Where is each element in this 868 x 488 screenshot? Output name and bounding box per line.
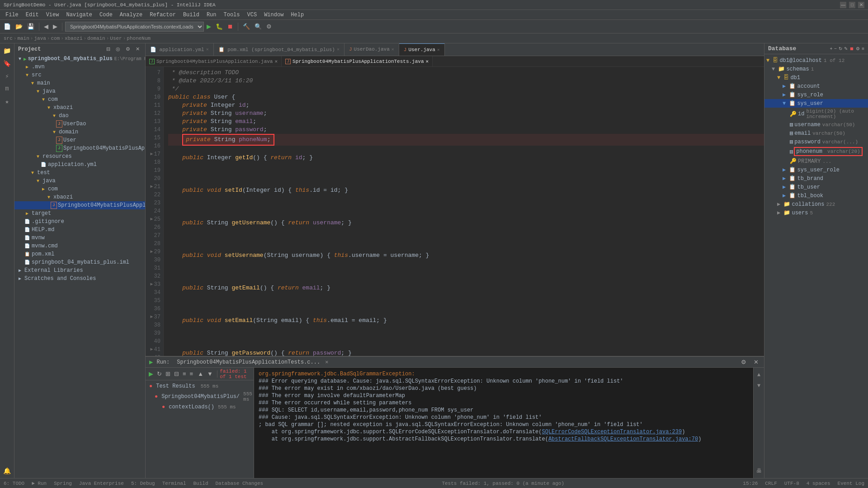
filter-button[interactable]: ≡	[189, 370, 195, 378]
inner-tab-test[interactable]: J Springboot04MybatisPlusApplicationTest…	[282, 56, 433, 66]
open-button[interactable]: 📂	[14, 22, 24, 31]
breadcrumb-phonenum[interactable]: phoneNum	[127, 36, 151, 41]
status-database-changes[interactable]: Database Changes	[216, 481, 264, 486]
sidebar-item-scratches[interactable]: ▶ Scratches and Consoles	[14, 275, 145, 283]
settings-sidebar-button[interactable]: ⚙	[124, 45, 132, 53]
db-settings-button[interactable]: ⚙	[856, 46, 860, 51]
tab-appyml[interactable]: 📄 application.yml ✕	[146, 43, 214, 56]
rerun-button[interactable]: ▶	[147, 370, 155, 378]
print-icon[interactable]: 🖶	[754, 465, 764, 476]
db-item-db1[interactable]: ▼ 🗄 db1	[764, 73, 868, 82]
db-item-tbbrand[interactable]: ▶ 📋 tb_brand	[764, 174, 868, 183]
sidebar-item-gitignore[interactable]: 📄 .gitignore	[14, 218, 145, 226]
run-config-dropdown[interactable]: Springboot04MybatisPlusApplicationTests.…	[65, 22, 204, 32]
stack-link-1[interactable]: SQLErrorCodeSQLExceptionTranslator.java:…	[542, 429, 682, 435]
sidebar-item-user[interactable]: J User	[14, 136, 145, 144]
rerun-failed-button[interactable]: ↻	[156, 370, 163, 378]
db-item-collations[interactable]: ▶ 📁 collations 222	[764, 200, 868, 208]
sidebar-item-main[interactable]: ▼ main	[14, 79, 145, 87]
sidebar-item-helpmd[interactable]: 📄 HELP.md	[14, 226, 145, 234]
tab-userdao-close[interactable]: ✕	[392, 47, 394, 52]
maven-icon[interactable]: m	[2, 83, 13, 94]
sidebar-item-iml[interactable]: 📄 springboot_04_mybatis_plus.iml	[14, 258, 145, 266]
prev-fail-button[interactable]: ▲	[196, 370, 205, 378]
db-stop-button[interactable]: ⏹	[849, 46, 854, 51]
sidebar-item-mvnwcmd[interactable]: 📄 mvnw.cmd	[14, 242, 145, 250]
save-button[interactable]: 💾	[25, 22, 36, 31]
menu-analyze[interactable]: Analyze	[116, 11, 146, 19]
db-item-field-phonenum[interactable]: ▤ phonenum varchar(20)	[764, 146, 868, 157]
sidebar-item-mvnw[interactable]: 📄 mvnw	[14, 234, 145, 242]
tab-appyml-close[interactable]: ✕	[206, 47, 209, 52]
db-item-sysuser[interactable]: ▼ 📋 sys_user	[764, 99, 868, 108]
inner-tab-test-close[interactable]: ✕	[426, 58, 429, 64]
project-icon[interactable]: 📁	[2, 45, 13, 56]
db-add-button[interactable]: +	[830, 46, 832, 51]
notifications-icon[interactable]: 🔔	[2, 465, 13, 476]
menu-build[interactable]: Build	[179, 11, 203, 19]
inner-tab-app[interactable]: J Springboot04MybatisPlusApplication.jav…	[146, 56, 282, 66]
db-filter-button[interactable]: ≡	[862, 46, 864, 51]
db-item-schemas[interactable]: ▼ 📁 schemas 1	[764, 65, 868, 73]
test-item-method[interactable]: ● contextLoads() 555 ms	[146, 403, 254, 411]
menu-tools[interactable]: Tools	[220, 11, 244, 19]
db-item-sysrole[interactable]: ▶ 📋 sys_role	[764, 90, 868, 99]
favorites-icon[interactable]: ★	[2, 96, 13, 107]
bookmark-icon[interactable]: 🔖	[2, 58, 13, 69]
run-button[interactable]: ▶	[205, 22, 213, 31]
test-output[interactable]: org.springframework.jdbc.BadSqlGrammarEx…	[254, 368, 753, 478]
db-item-tbuser[interactable]: ▶ 📋 tb_user	[764, 183, 868, 191]
db-item-field-username[interactable]: ▤ username varchar(50)	[764, 120, 868, 129]
db-item-field-password[interactable]: ▤ password varchar(...)	[764, 137, 868, 146]
status-indent[interactable]: 4 spaces	[807, 481, 830, 486]
db-item-field-email[interactable]: ▤ email varchar(50)	[764, 129, 868, 137]
stop-button[interactable]: ⏹	[226, 22, 235, 31]
minimize-button[interactable]: —	[840, 2, 846, 8]
status-todo[interactable]: 6: TODO	[4, 481, 24, 486]
menu-view[interactable]: View	[42, 11, 63, 19]
menu-code[interactable]: Code	[96, 11, 116, 19]
sidebar-item-xbaozi-test[interactable]: ▼ xbaozi	[14, 193, 145, 201]
run-settings-button[interactable]: ⚙	[739, 358, 748, 366]
run-tab[interactable]: Springboot04MybatisPlusApplicationTests.…	[173, 358, 332, 366]
sidebar-item-app[interactable]: J Springboot04MybatisPlusApplication	[14, 144, 145, 152]
structure-icon[interactable]: ⚡	[2, 71, 13, 81]
sidebar-item-dao[interactable]: ▼ dao	[14, 112, 145, 120]
search-button[interactable]: 🔍	[253, 22, 264, 31]
menu-refactor[interactable]: Refactor	[146, 11, 179, 19]
sidebar-item-xbaozi[interactable]: ▼ xbaozi	[14, 104, 145, 112]
status-event-log[interactable]: Event Log	[838, 481, 864, 486]
db-item-users[interactable]: ▶ 📁 users 5	[764, 208, 868, 217]
breadcrumb-src[interactable]: src	[4, 36, 13, 41]
sidebar-item-src[interactable]: ▼ src	[14, 71, 145, 79]
breadcrumb-java[interactable]: java	[34, 36, 46, 41]
status-run[interactable]: ► Run	[32, 481, 47, 486]
sidebar-item-mvn[interactable]: ▶ .mvn	[14, 63, 145, 71]
status-java-enterprise[interactable]: Java Enterprise	[79, 481, 124, 486]
sidebar-item-resources[interactable]: ▼ resources	[14, 152, 145, 161]
db-item-primary[interactable]: 🔑 PRIMARY ...	[764, 157, 868, 166]
tab-userdao[interactable]: J UserDao.java ✕	[344, 43, 399, 56]
sidebar-item-appyml[interactable]: 📄 application.yml	[14, 161, 145, 169]
sidebar-item-java-main[interactable]: ▼ java	[14, 87, 145, 95]
menu-window[interactable]: Window	[260, 11, 287, 19]
scroll-down-icon[interactable]: ▼	[754, 380, 764, 391]
test-results-root[interactable]: ● Test Results 555 ms	[146, 382, 254, 390]
forward-button[interactable]: ▶	[51, 22, 59, 31]
sort-button[interactable]: ≡	[181, 370, 188, 378]
sidebar-item-com[interactable]: ▼ com	[14, 95, 145, 104]
status-build[interactable]: Build	[193, 481, 208, 486]
tab-user-close[interactable]: ✕	[437, 47, 440, 52]
sidebar-item-pomxml[interactable]: 📋 pom.xml	[14, 250, 145, 258]
stack-link-2[interactable]: AbstractFallbackSQLExceptionTranslator.j…	[548, 436, 698, 442]
collapse-all-button[interactable]: ⊟	[104, 45, 112, 53]
db-item-tblbook[interactable]: ▶ 📋 tbl_book	[764, 191, 868, 200]
debug-button[interactable]: 🐛	[214, 22, 225, 31]
run-tab-close[interactable]: ✕	[325, 359, 328, 365]
db-refresh-button[interactable]: ↻	[839, 46, 842, 51]
locate-button[interactable]: ◎	[114, 45, 122, 53]
breadcrumb-xbaozi[interactable]: xbaozi	[65, 36, 83, 41]
breadcrumb-domain[interactable]: domain	[87, 36, 105, 41]
menu-file[interactable]: File	[2, 11, 22, 19]
sidebar-item-target[interactable]: ▶ target	[14, 209, 145, 218]
